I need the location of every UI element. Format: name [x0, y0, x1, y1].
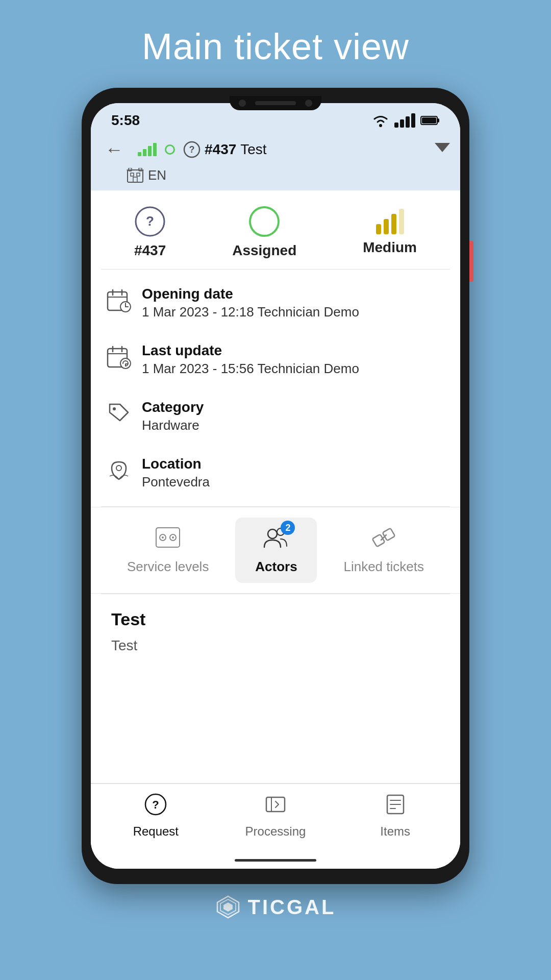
calendar-update-icon — [106, 345, 132, 369]
svg-rect-39 — [383, 528, 395, 541]
ticket-number-label: #437 — [134, 242, 166, 259]
bottom-nav-processing[interactable]: Processing — [235, 793, 316, 839]
svg-point-35 — [172, 536, 174, 538]
processing-icon — [264, 793, 287, 820]
info-section: Opening date 1 Mar 2023 - 12:18 Technici… — [91, 270, 460, 506]
svg-rect-38 — [372, 534, 385, 547]
actors-label: Actors — [255, 559, 297, 575]
ticket-status-item: Assigned — [232, 206, 296, 259]
last-update-row: Last update 1 Mar 2023 - 15:56 Technicia… — [101, 331, 450, 388]
svg-rect-7 — [128, 170, 143, 182]
svg-point-16 — [250, 207, 279, 236]
request-label: Request — [133, 824, 179, 839]
location-icon — [106, 458, 132, 482]
brand-footer: TICGAL — [215, 894, 336, 920]
tag-icon — [106, 401, 132, 426]
chevron-down-icon — [435, 143, 450, 153]
items-label: Items — [380, 824, 410, 839]
location-row: Location Pontevedra — [101, 445, 450, 501]
camera-dot-2 — [305, 100, 312, 107]
ticket-content-title: Test — [111, 609, 440, 629]
nav-status-dot — [165, 144, 175, 155]
svg-text:?: ? — [189, 144, 195, 155]
back-button[interactable]: ← — [101, 137, 128, 162]
ticket-priority-label: Medium — [363, 239, 417, 256]
nav-row2: EN — [91, 167, 460, 190]
linked-tickets-icon — [371, 526, 396, 554]
category-row: Category Hardware — [101, 388, 450, 445]
ticket-status-label: Assigned — [232, 242, 296, 259]
svg-point-36 — [268, 529, 277, 538]
svg-rect-42 — [266, 797, 285, 812]
actors-badge: 2 — [281, 521, 295, 535]
nav-signal-icon — [138, 143, 157, 156]
nav-ticket-name: Test — [240, 141, 266, 158]
brand-name: TICGAL — [248, 896, 336, 919]
actors-tab[interactable]: 2 Actors — [235, 518, 317, 583]
calendar-clock-icon — [106, 288, 132, 312]
action-tabs: Service levels 2 — [91, 507, 460, 594]
location-content: Location Pontevedra — [142, 456, 210, 490]
category-label: Category — [142, 399, 204, 415]
ticket-content: Test Test — [91, 594, 460, 783]
top-nav: ← ? #437 Test — [91, 133, 460, 167]
items-icon — [384, 793, 407, 820]
service-levels-tab[interactable]: Service levels — [112, 518, 224, 583]
svg-text:?: ? — [153, 798, 159, 811]
svg-rect-10 — [133, 177, 137, 182]
bottom-nav: ? Request Processing — [91, 783, 460, 851]
content-area: ? #437 Assigned — [91, 190, 460, 869]
bottom-nav-items[interactable]: Items — [355, 793, 436, 839]
dropdown-button[interactable] — [435, 143, 450, 156]
svg-point-34 — [162, 536, 164, 538]
assigned-icon — [248, 206, 280, 237]
request-icon: ? — [144, 793, 167, 820]
category-content: Category Hardware — [142, 399, 204, 433]
svg-point-30 — [116, 465, 121, 471]
svg-point-29 — [113, 407, 116, 410]
svg-rect-9 — [137, 173, 140, 176]
phone-top-bar — [82, 88, 469, 118]
svg-marker-50 — [223, 902, 233, 912]
priority-bars-icon — [376, 209, 404, 234]
opening-date-label: Opening date — [142, 286, 359, 302]
camera-dot — [239, 100, 246, 107]
processing-label: Processing — [245, 824, 306, 839]
home-indicator — [235, 859, 316, 862]
linked-tickets-label: Linked tickets — [343, 559, 424, 575]
opening-date-content: Opening date 1 Mar 2023 - 12:18 Technici… — [142, 286, 359, 320]
nav-ticket-id: ? #437 Test — [183, 141, 427, 158]
ticket-number-icon: ? — [134, 206, 166, 237]
opening-date-value: 1 Mar 2023 - 12:18 Technician Demo — [142, 304, 359, 320]
svg-text:?: ? — [146, 213, 154, 229]
help-circle-icon: ? — [183, 141, 201, 158]
home-indicator-bar — [91, 851, 460, 869]
svg-rect-8 — [131, 173, 134, 176]
svg-point-0 — [379, 124, 382, 127]
entity-label: EN — [148, 167, 166, 183]
brand-logo-icon — [215, 894, 241, 920]
camera-area — [230, 96, 321, 110]
category-value: Hardware — [142, 418, 204, 433]
side-button — [469, 241, 473, 282]
nav-ticket-number: #437 — [205, 141, 236, 158]
ticket-content-body: Test — [111, 638, 440, 654]
bottom-nav-request[interactable]: ? Request — [115, 793, 196, 839]
last-update-content: Last update 1 Mar 2023 - 15:56 Technicia… — [142, 342, 359, 377]
svg-marker-6 — [435, 143, 450, 152]
speaker-bar — [255, 101, 296, 105]
page-title: Main ticket view — [142, 26, 409, 67]
location-label: Location — [142, 456, 210, 472]
building-icon — [127, 168, 144, 183]
last-update-label: Last update — [142, 342, 359, 359]
opening-date-row: Opening date 1 Mar 2023 - 12:18 Technici… — [101, 275, 450, 331]
phone-screen: 5:58 — [91, 103, 460, 869]
last-update-value: 1 Mar 2023 - 15:56 Technician Demo — [142, 361, 359, 377]
service-levels-icon — [155, 526, 181, 554]
phone-frame: 5:58 — [82, 88, 469, 884]
linked-tickets-tab[interactable]: Linked tickets — [328, 518, 439, 583]
actors-icon: 2 — [262, 526, 290, 554]
ticket-priority-item: Medium — [363, 209, 417, 256]
svg-rect-2 — [437, 118, 439, 122]
location-value: Pontevedra — [142, 474, 210, 490]
